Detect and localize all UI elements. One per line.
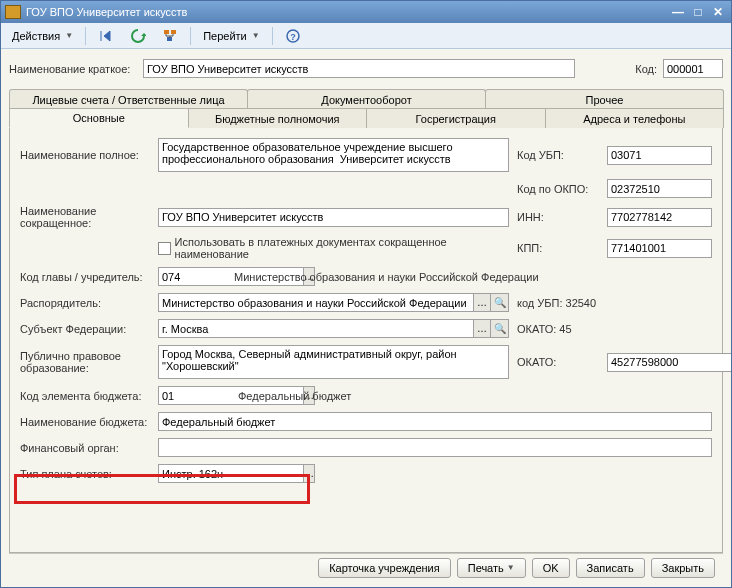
window-title: ГОУ ВПО Университет искусств [26,6,667,18]
titlebar: ГОУ ВПО Университет искусств — □ ✕ [1,1,731,23]
use-short-checkbox-row: Использовать в платежных документах сокр… [158,236,509,260]
minimize-button[interactable]: — [669,4,687,20]
pub-label: Публично правовое образование: [20,350,150,374]
separator [272,27,273,45]
budget-elem-combo: … [158,386,228,405]
tab-other[interactable]: Прочее [485,89,724,109]
tab-main[interactable]: Основные [9,108,189,128]
subject-label: Субъект Федерации: [20,323,150,335]
subject-lookup-button[interactable]: … [473,319,491,338]
pub-input[interactable] [158,345,509,379]
close-button[interactable]: ✕ [709,4,727,20]
tab-addresses[interactable]: Адреса и телефоны [545,108,725,128]
ubp-input[interactable] [607,146,712,165]
arrow-first-icon [98,28,114,44]
short-name-label: Наименование сокращенное: [20,205,150,229]
plan-label: Тип плана счетов: [20,468,150,480]
subject-input[interactable] [158,319,473,338]
subject-combo: … 🔍 [158,319,509,338]
actions-menu[interactable]: Действия▼ [5,26,80,46]
plan-combo: … [158,464,288,483]
app-icon [5,5,21,19]
app-window: ГОУ ВПО Университет искусств — □ ✕ Дейст… [0,0,732,588]
okato-label: ОКАТО: [517,356,599,368]
print-button[interactable]: Печать▼ [457,558,526,578]
okpo-label: Код по ОКПО: [517,183,599,195]
help-button[interactable]: ? [278,26,308,46]
short-name-input[interactable] [158,208,509,227]
name-short-input[interactable] [143,59,575,78]
footer: Карточка учреждения Печать▼ OK Записать … [9,553,723,581]
inn-input[interactable] [607,208,712,227]
svg-text:?: ? [290,32,296,42]
okato-combo: … [607,353,712,372]
svg-rect-0 [164,30,169,34]
content-area: Наименование краткое: Код: Лицевые счета… [1,49,731,587]
code-input[interactable] [663,59,723,78]
ubp-label: Код УБП: [517,149,599,161]
separator [85,27,86,45]
chapter-label: Код главы / учредитель: [20,271,150,283]
manager-search-button[interactable]: 🔍 [491,293,509,312]
manager-input[interactable] [158,293,473,312]
ok-button[interactable]: OK [532,558,570,578]
code-label: Код: [635,63,657,75]
full-name-label: Наименование полное: [20,149,150,161]
manager-label: Распорядитель: [20,297,150,309]
nav-prev-button[interactable] [123,26,153,46]
maximize-button[interactable]: □ [689,4,707,20]
plan-lookup-button[interactable]: … [303,464,315,483]
inn-label: ИНН: [517,211,599,223]
tab-gosreg[interactable]: Госрегистрация [366,108,546,128]
subject-search-button[interactable]: 🔍 [491,319,509,338]
manager-combo: … 🔍 [158,293,509,312]
chevron-down-icon: ▼ [507,563,515,572]
use-short-label: Использовать в платежных документах сокр… [175,236,509,260]
svg-rect-1 [171,30,176,34]
fin-input[interactable] [158,438,712,457]
card-button[interactable]: Карточка учреждения [318,558,451,578]
budget-name-input[interactable] [158,412,712,431]
form-grid: Наименование полное: Код УБП: Код по ОКП… [20,138,712,483]
tab-docflow[interactable]: Документооборот [247,89,486,109]
name-short-label: Наименование краткое: [9,63,137,75]
tabs-upper: Лицевые счета / Ответственные лица Докум… [9,89,723,109]
nav-struct-button[interactable] [155,26,185,46]
tab-budget-powers[interactable]: Бюджетные полномочия [188,108,368,128]
budget-name-label: Наименование бюджета: [20,416,150,428]
toolbar: Действия▼ Перейти▼ ? [1,23,731,49]
nav-first-button[interactable] [91,26,121,46]
okato-input[interactable] [607,353,731,372]
header-row: Наименование краткое: Код: [9,59,723,78]
manager-lookup-button[interactable]: … [473,293,491,312]
okpo-input[interactable] [607,179,712,198]
tab-accounts[interactable]: Лицевые счета / Ответственные лица [9,89,248,109]
chapter-combo: … [158,267,228,286]
plan-input[interactable] [158,464,303,483]
goto-menu[interactable]: Перейти▼ [196,26,267,46]
kpp-input[interactable] [607,239,712,258]
tree-icon [162,28,178,44]
budget-elem-label: Код элемента бюджета: [20,390,150,402]
chapter-text: Министерство образования и науки Российс… [234,271,539,283]
chevron-down-icon: ▼ [65,31,73,40]
tab-body: Наименование полное: Код УБП: Код по ОКП… [9,128,723,553]
budget-elem-text: Федеральный бюджет [238,390,351,402]
save-button[interactable]: Записать [576,558,645,578]
separator [190,27,191,45]
help-icon: ? [285,28,301,44]
use-short-checkbox[interactable] [158,242,171,255]
chevron-down-icon: ▼ [252,31,260,40]
full-name-input[interactable] [158,138,509,172]
close-win-button[interactable]: Закрыть [651,558,715,578]
fin-label: Финансовый орган: [20,442,150,454]
tabs-lower: Основные Бюджетные полномочия Госрегистр… [9,108,723,128]
manager-side: код УБП: 32540 [517,297,712,309]
kpp-label: КПП: [517,242,599,254]
refresh-icon [130,28,146,44]
subject-side: ОКАТО: 45 [517,323,712,335]
